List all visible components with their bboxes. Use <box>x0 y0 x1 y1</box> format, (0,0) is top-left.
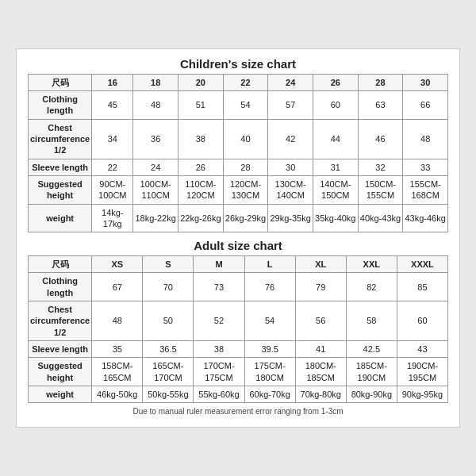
cell-value: 58 <box>346 301 397 341</box>
cell-value: 33 <box>403 159 448 175</box>
cell-value: 50kg-55kg <box>143 386 194 402</box>
cell-value: 79 <box>295 273 346 301</box>
children-col-22: 22 <box>223 74 268 90</box>
cell-value: 90kg-95kg <box>397 386 447 402</box>
cell-value: 185CM-190CM <box>346 358 397 386</box>
table-row: Chest circumference 1/248505254565860 <box>29 301 448 341</box>
table-row: weight14kg-17kg18kg-22kg22kg-26kg26kg-29… <box>29 204 448 232</box>
cell-value: 40 <box>223 119 268 159</box>
cell-value: 54 <box>223 91 268 120</box>
row-label: Sleeve length <box>29 340 92 357</box>
cell-value: 51 <box>178 91 224 120</box>
cell-value: 43kg-46kg <box>403 204 448 232</box>
cell-value: 44 <box>313 119 358 159</box>
cell-value: 170CM-175CM <box>194 358 244 386</box>
cell-value: 70kg-80kg <box>295 386 346 402</box>
cell-value: 190CM-195CM <box>397 358 447 386</box>
cell-value: 45 <box>92 91 133 120</box>
cell-value: 35 <box>92 340 143 357</box>
cell-value: 38 <box>178 119 224 159</box>
cell-value: 29kg-35kg <box>268 204 313 232</box>
table-row: Sleeve length3536.53839.54142.543 <box>29 340 448 357</box>
cell-value: 36.5 <box>143 340 194 357</box>
cell-value: 18kg-22kg <box>133 204 178 232</box>
adult-table: 尺码XSSMLXLXXLXXXL Clothing length67707376… <box>28 255 448 403</box>
cell-value: 48 <box>403 119 448 159</box>
table-row: Suggested height158CM-165CM165CM-170CM17… <box>29 358 448 386</box>
table-row: Clothing length4548515457606366 <box>29 91 448 120</box>
adult-col-XS: XS <box>92 256 143 273</box>
adult-col-XXXL: XXXL <box>397 256 447 273</box>
cell-value: 39.5 <box>244 340 295 357</box>
children-col-26: 26 <box>313 74 358 90</box>
children-col-16: 16 <box>92 74 133 90</box>
row-label: Suggested height <box>29 175 92 204</box>
row-label: weight <box>29 204 92 232</box>
adult-col-XL: XL <box>295 256 346 273</box>
cell-value: 28 <box>223 159 268 175</box>
cell-value: 57 <box>268 91 313 120</box>
cell-value: 70 <box>143 273 194 301</box>
cell-value: 110CM-120CM <box>178 175 224 204</box>
cell-value: 52 <box>194 301 244 341</box>
cell-value: 50 <box>143 301 194 341</box>
cell-value: 30 <box>268 159 313 175</box>
cell-value: 34 <box>92 119 133 159</box>
cell-value: 165CM-170CM <box>143 358 194 386</box>
cell-value: 63 <box>358 91 403 120</box>
cell-value: 22kg-26kg <box>178 204 224 232</box>
cell-value: 150CM-155CM <box>358 175 403 204</box>
cell-value: 60kg-70kg <box>244 386 295 402</box>
cell-value: 35kg-40kg <box>313 204 358 232</box>
cell-value: 56 <box>295 301 346 341</box>
children-header-row: 尺码1618202224262830 <box>29 74 448 90</box>
cell-value: 90CM-100CM <box>92 175 133 204</box>
cell-value: 80kg-90kg <box>346 386 397 402</box>
row-label: Sleeve length <box>29 159 92 175</box>
row-label: Suggested height <box>29 358 92 386</box>
cell-value: 42 <box>268 119 313 159</box>
cell-value: 46 <box>358 119 403 159</box>
adult-col-M: M <box>194 256 244 273</box>
cell-value: 24 <box>133 159 178 175</box>
row-label: Chest circumference 1/2 <box>29 119 92 159</box>
adult-col-S: S <box>143 256 194 273</box>
children-col-label: 尺码 <box>29 74 92 90</box>
note: Due to manual ruler measurement error ra… <box>28 407 448 416</box>
cell-value: 60 <box>397 301 447 341</box>
cell-value: 67 <box>92 273 143 301</box>
row-label: Chest circumference 1/2 <box>29 301 92 341</box>
cell-value: 55kg-60kg <box>194 386 244 402</box>
cell-value: 54 <box>244 301 295 341</box>
cell-value: 40kg-43kg <box>358 204 403 232</box>
adult-col-label: 尺码 <box>29 256 92 273</box>
cell-value: 41 <box>295 340 346 357</box>
adult-header-row: 尺码XSSMLXLXXLXXXL <box>29 256 448 273</box>
row-label: weight <box>29 386 92 402</box>
table-row: Sleeve length2224262830313233 <box>29 159 448 175</box>
cell-value: 36 <box>133 119 178 159</box>
cell-value: 155CM-168CM <box>403 175 448 204</box>
children-col-30: 30 <box>403 74 448 90</box>
table-row: Suggested height90CM-100CM100CM-110CM110… <box>29 175 448 204</box>
adult-title: Adult size chart <box>28 239 448 252</box>
cell-value: 42.5 <box>346 340 397 357</box>
cell-value: 48 <box>92 301 143 341</box>
cell-value: 175CM-180CM <box>244 358 295 386</box>
cell-value: 14kg-17kg <box>92 204 133 232</box>
cell-value: 60 <box>313 91 358 120</box>
cell-value: 22 <box>92 159 133 175</box>
cell-value: 73 <box>194 273 244 301</box>
adult-col-XXL: XXL <box>346 256 397 273</box>
table-row: Chest circumference 1/23436384042444648 <box>29 119 448 159</box>
cell-value: 46kg-50kg <box>92 386 143 402</box>
cell-value: 180CM-185CM <box>295 358 346 386</box>
cell-value: 140CM-150CM <box>313 175 358 204</box>
cell-value: 82 <box>346 273 397 301</box>
cell-value: 85 <box>397 273 447 301</box>
cell-value: 130CM-140CM <box>268 175 313 204</box>
cell-value: 32 <box>358 159 403 175</box>
row-label: Clothing length <box>29 273 92 301</box>
cell-value: 158CM-165CM <box>92 358 143 386</box>
cell-value: 76 <box>244 273 295 301</box>
